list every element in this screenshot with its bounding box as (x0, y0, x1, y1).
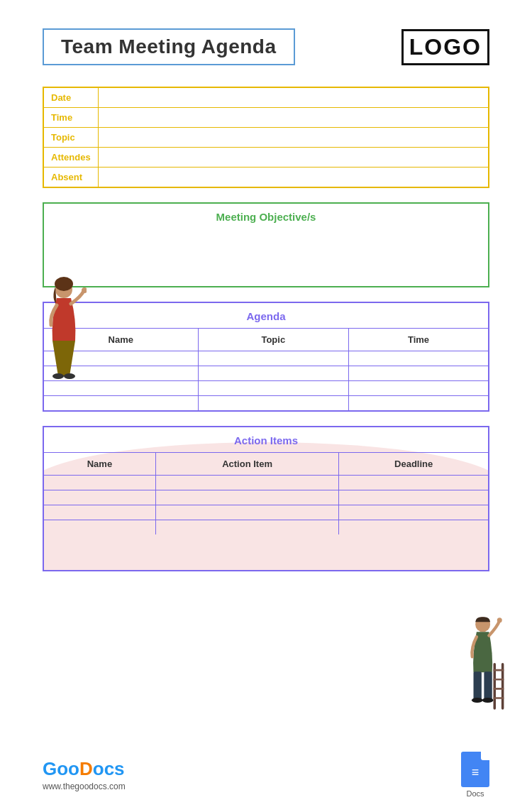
svg-rect-15 (494, 697, 504, 699)
action-title: Action Items (44, 427, 488, 452)
agenda-section: Agenda Name Topic Time (43, 302, 489, 412)
info-table: Date Time Topic Attendes Absent (43, 87, 489, 188)
action-cell[interactable] (339, 520, 488, 535)
info-row-time: Time (43, 108, 489, 128)
footer-brand: GooDocs www.thegoodocs.com (43, 758, 126, 791)
info-value-attendees (98, 148, 489, 168)
info-value-topic (98, 128, 489, 148)
action-cell[interactable] (155, 490, 338, 505)
agenda-cell[interactable] (198, 351, 348, 366)
goodocs-logo: GooDocs (43, 758, 126, 780)
footer: GooDocs www.thegoodocs.com Docs (0, 737, 532, 812)
action-row (44, 490, 488, 505)
page: Team Meeting Agenda LOGO Date Time Topic… (0, 0, 532, 812)
agenda-col-time: Time (348, 329, 488, 351)
action-header-row: Name Action Item Deadline (44, 453, 488, 476)
info-value-time (98, 108, 489, 128)
agenda-row (44, 396, 488, 411)
agenda-cell[interactable] (348, 351, 488, 366)
man-illustration (461, 613, 511, 720)
svg-point-3 (64, 373, 75, 379)
agenda-cell[interactable] (198, 366, 348, 381)
action-col-name: Name (44, 453, 155, 476)
agenda-row (44, 381, 488, 396)
action-cell[interactable] (155, 520, 338, 535)
docs-label: Docs (466, 789, 484, 798)
logo: LOGO (401, 29, 489, 65)
action-col-deadline: Deadline (339, 453, 488, 476)
action-cell[interactable] (339, 490, 488, 505)
agenda-header-row: Name Topic Time (44, 329, 488, 351)
agenda-row (44, 351, 488, 366)
svg-rect-14 (494, 688, 504, 690)
action-cell[interactable] (155, 505, 338, 520)
svg-point-16 (497, 618, 502, 622)
svg-point-2 (52, 373, 64, 379)
action-row (44, 505, 488, 520)
action-cell[interactable] (44, 520, 155, 535)
objectives-section: Meeting Objective/s (43, 202, 489, 287)
svg-point-9 (482, 698, 494, 703)
agenda-title: Agenda (44, 303, 488, 328)
logo-goo: Goo (43, 758, 79, 779)
agenda-cell[interactable] (198, 396, 348, 411)
svg-rect-6 (474, 671, 482, 699)
footer-url: www.thegoodocs.com (43, 781, 126, 791)
info-row-topic: Topic (43, 128, 489, 148)
agenda-col-topic: Topic (198, 329, 348, 351)
docs-icon (461, 752, 489, 787)
info-label-attendees: Attendes (43, 148, 98, 168)
action-cell[interactable] (155, 476, 338, 490)
info-value-absent (98, 168, 489, 188)
info-row-attendees: Attendes (43, 148, 489, 168)
action-row (44, 520, 488, 535)
svg-rect-12 (494, 669, 504, 671)
agenda-cell[interactable] (348, 381, 488, 396)
action-cell[interactable] (44, 490, 155, 505)
svg-point-1 (55, 277, 73, 291)
info-label-time: Time (43, 108, 98, 128)
agenda-cell[interactable] (348, 396, 488, 411)
agenda-cell[interactable] (348, 366, 488, 381)
action-row (44, 476, 488, 490)
action-cell[interactable] (339, 476, 488, 490)
info-row-date: Date (43, 87, 489, 108)
svg-point-8 (472, 698, 483, 703)
objectives-title: Meeting Objective/s (44, 204, 488, 229)
info-label-date: Date (43, 87, 98, 108)
info-label-topic: Topic (43, 128, 98, 148)
action-col-item: Action Item (155, 453, 338, 476)
agenda-row (44, 366, 488, 381)
footer-docs-icon: Docs (461, 752, 489, 798)
logo-dash: D (79, 758, 93, 779)
document-title: Team Meeting Agenda (43, 28, 295, 65)
action-section: Action Items Name Action Item Deadline (43, 426, 489, 571)
woman-illustration (37, 277, 87, 390)
action-cell[interactable] (339, 505, 488, 520)
objectives-body[interactable] (44, 229, 488, 285)
header: Team Meeting Agenda LOGO (0, 0, 532, 79)
svg-rect-13 (494, 679, 504, 681)
svg-rect-7 (484, 671, 492, 699)
info-label-absent: Absent (43, 168, 98, 188)
agenda-cell[interactable] (198, 381, 348, 396)
agenda-cell[interactable] (44, 396, 198, 411)
info-value-date (98, 87, 489, 108)
action-cell[interactable] (44, 476, 155, 490)
logo-docs: ocs (93, 758, 125, 779)
agenda-table: Name Topic Time (44, 328, 488, 410)
action-cell[interactable] (44, 505, 155, 520)
info-row-absent: Absent (43, 168, 489, 188)
action-table: Name Action Item Deadline (44, 452, 488, 534)
